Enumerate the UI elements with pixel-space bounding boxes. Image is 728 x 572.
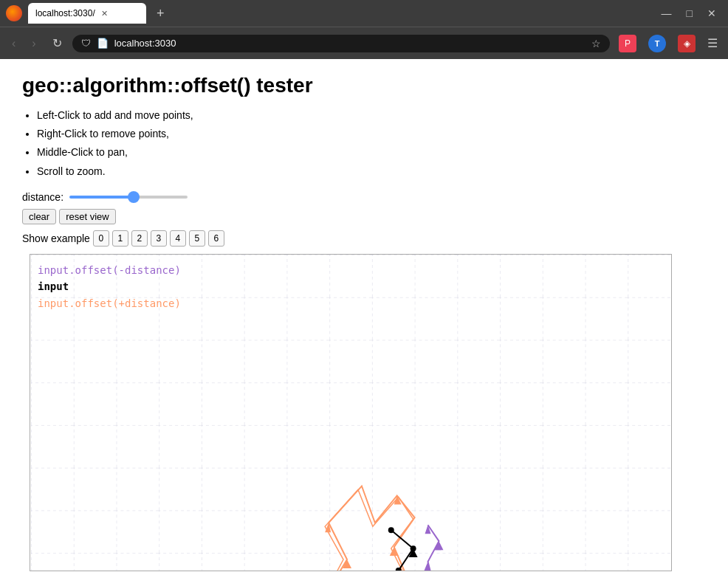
distance-slider[interactable] <box>69 196 188 199</box>
instruction-3: Middle-Click to pan, <box>37 143 706 162</box>
example-btn-6[interactable]: 6 <box>208 230 224 247</box>
canvas-area[interactable]: x y <box>30 254 672 571</box>
extensions-icon: ◈ <box>678 35 696 52</box>
example-btn-3[interactable]: 3 <box>151 230 167 247</box>
window-controls: — □ ✕ <box>656 6 722 21</box>
extensions-button[interactable]: ◈ <box>673 32 700 55</box>
avatar-icon: T <box>648 35 666 52</box>
lock-icon: 📄 <box>97 38 109 49</box>
controls-row: distance: <box>22 191 706 203</box>
browser-navbar: ‹ › ↻ 🛡 📄 localhost:3030 ☆ P T ◈ ☰ <box>0 27 728 59</box>
instructions: Left-Click to add and move points, Right… <box>22 106 706 181</box>
instruction-2: Right-Click to remove points, <box>37 125 706 143</box>
forward-button[interactable]: › <box>26 34 41 53</box>
bookmark-icon[interactable]: ☆ <box>591 38 601 49</box>
tab-close-button[interactable]: ✕ <box>100 8 110 18</box>
maximize-button[interactable]: □ <box>681 6 698 21</box>
back-button[interactable]: ‹ <box>6 34 21 53</box>
svg-rect-0 <box>31 255 670 571</box>
pocket-icon: P <box>619 35 636 52</box>
page-title: geo::algorithm::offset() tester <box>22 74 706 97</box>
example-row: Show example 0 1 2 3 4 5 6 <box>22 230 706 247</box>
canvas-svg: x y <box>30 255 671 571</box>
page-content: geo::algorithm::offset() tester Left-Cli… <box>0 59 728 572</box>
example-btn-2[interactable]: 2 <box>131 230 148 247</box>
clear-button[interactable]: clear <box>22 209 56 224</box>
example-btn-5[interactable]: 5 <box>189 230 205 247</box>
shield-icon: 🛡 <box>81 38 91 49</box>
pocket-button[interactable]: P <box>614 32 641 55</box>
show-example-label: Show example <box>22 232 90 244</box>
example-btn-1[interactable]: 1 <box>112 230 128 247</box>
refresh-button[interactable]: ↻ <box>47 33 68 53</box>
close-button[interactable]: ✕ <box>701 6 722 21</box>
minimize-button[interactable]: — <box>656 6 678 21</box>
menu-button[interactable]: ☰ <box>703 33 722 53</box>
tab-title: localhost:3030/ <box>35 8 95 18</box>
address-text: localhost:3030 <box>114 38 586 49</box>
instruction-4: Scroll to zoom. <box>37 162 706 181</box>
svg-point-1 <box>388 527 394 533</box>
distance-label: distance: <box>22 191 63 203</box>
example-btn-4[interactable]: 4 <box>170 230 186 247</box>
address-bar[interactable]: 🛡 📄 localhost:3030 ☆ <box>72 35 610 52</box>
browser-titlebar: localhost:3030/ ✕ + — □ ✕ <box>0 0 728 27</box>
new-tab-button[interactable]: + <box>152 6 169 21</box>
reset-view-button[interactable]: reset view <box>59 209 116 224</box>
buttons-row: clear reset view <box>22 209 706 224</box>
browser-window: localhost:3030/ ✕ + — □ ✕ ‹ › ↻ 🛡 📄 loca… <box>0 0 728 572</box>
instruction-1: Left-Click to add and move points, <box>37 106 706 125</box>
browser-tab[interactable]: localhost:3030/ ✕ <box>28 3 146 24</box>
firefox-icon <box>6 5 22 21</box>
example-btn-0[interactable]: 0 <box>93 230 109 247</box>
nav-icons-right: P T ◈ ☰ <box>614 32 722 55</box>
profile-button[interactable]: T <box>644 32 670 55</box>
